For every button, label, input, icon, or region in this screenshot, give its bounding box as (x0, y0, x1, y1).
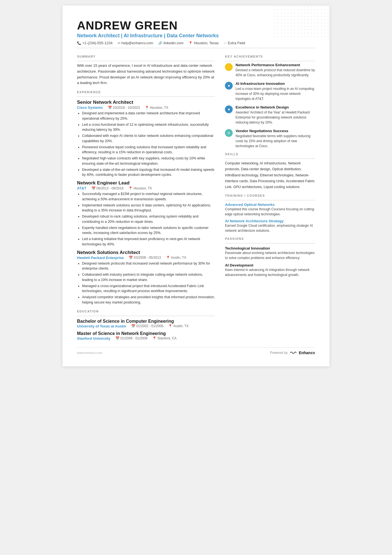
achievement-3-icon: ♥ (225, 105, 233, 113)
calendar-icon: 📅 (131, 324, 135, 328)
contact-row: 📞 +1-(234)-555-1234 ✉ help@enhancv.com 🔗… (77, 41, 315, 45)
pin-icon: 📍 (152, 336, 157, 340)
enhancv-brand-name: Enhancv (299, 351, 315, 355)
pin-icon: 📍 (145, 106, 149, 110)
job-1: Senior Network Architect Cisco Systems 📅… (77, 100, 215, 177)
main-columns: SUMMARY With over 15 years of experience… (77, 51, 315, 341)
achievement-4-desc: Negotiated favorable terms with supplier… (235, 134, 315, 149)
edu-2: Master of Science in Network Engineering… (77, 331, 215, 341)
link-icon: 🔗 (158, 41, 162, 45)
pin-icon: 📍 (166, 256, 170, 260)
contact-website: 🔗 linkedin.com (158, 41, 183, 45)
achievement-4: ⚙ Vendor Negotiations Success Negotiated… (225, 129, 315, 149)
achievement-1: ⚡ Network Performance Enhancement Devise… (225, 63, 315, 78)
bullet-item: Collaborated with industry partners to i… (82, 272, 215, 283)
bullet-item: Managed a cross-organizational project t… (82, 283, 215, 294)
skills-label: SKILLS (225, 152, 315, 156)
course-2: AI Network Architecture Strategy Earned … (225, 219, 315, 233)
email-icon: ✉ (118, 41, 120, 45)
achievement-2-desc: Led a cross-team project resulting in an… (235, 86, 315, 101)
job-2-location: 📍 Houston, TX (128, 186, 152, 190)
job-2: Network Engineer Lead AT&T 📅 06/2013 - 0… (77, 180, 215, 247)
achievement-4-icon: ⚙ (225, 129, 233, 137)
footer-url: www.enhancv.com (77, 351, 102, 354)
bullet-item: Implemented network solutions across 6 d… (82, 203, 215, 213)
achievement-4-content: Vendor Negotiations Success Negotiated f… (235, 129, 315, 149)
achievements-divider (225, 61, 315, 61)
achievement-2-content: AI Infrastructure Innovation Led a cross… (235, 82, 315, 101)
edu-1-dates: 📅 01/2002 - 01/2006 (131, 324, 163, 328)
bullet-item: Led a training initiative that improved … (82, 236, 215, 247)
bullet-item: Negotiated high-value contracts with key… (82, 156, 215, 166)
achievement-3: ♥ Excellence in Network Design Awarded '… (225, 105, 315, 125)
edu-2-degree: Master of Science in Network Engineering (77, 331, 215, 336)
passion-1-title: Technological Innovation (225, 246, 315, 250)
contact-extra: ☆ Extra Field (224, 41, 245, 45)
job-1-meta: Cisco Systems 📅 10/2018 - 10/2023 📍 Hous… (77, 105, 215, 110)
achievements-label: KEY ACHIEVEMENTS (225, 55, 315, 58)
training-label: TRAINING / COURSES (225, 194, 315, 197)
bullet-item: Designed and implemented a data center n… (82, 111, 215, 121)
pin-icon: 📍 (128, 186, 133, 190)
summary-text: With over 15 years of experience, I exce… (77, 63, 215, 86)
achievement-1-desc: Devised a network protocol that reduced … (235, 68, 315, 78)
edu-2-dates: 📅 01/2006 - 01/2008 (115, 336, 147, 340)
bullet-item: Developed a state-of-the-art network top… (82, 167, 215, 178)
bullet-item: Developed robust in-rack cabling solutio… (82, 214, 215, 225)
enhancv-logo-icon (289, 350, 297, 355)
achievement-1-icon: ⚡ (225, 63, 233, 71)
passions-divider (225, 243, 315, 243)
candidate-subtitle: Network Architect | AI Infrastructure | … (77, 33, 315, 39)
job-1-company: Cisco Systems (77, 105, 103, 110)
job-3-title: Network Solutions Architect (77, 250, 215, 255)
calendar-icon: 📅 (91, 186, 96, 190)
job-3-bullets: Designed network protocols that increase… (77, 261, 215, 305)
left-column: SUMMARY With over 15 years of experience… (77, 51, 215, 341)
bullet-item: Successfully managed a $15M project to o… (82, 191, 215, 202)
achievement-3-title: Excellence in Network Design (235, 105, 315, 109)
course-1-title: Advanced Optical Networks (225, 203, 315, 207)
summary-label: SUMMARY (77, 55, 215, 58)
achievement-2-title: AI Infrastructure Innovation (235, 82, 315, 86)
experience-label: EXPERIENCE (77, 90, 215, 94)
contact-location: 📍 Houston, Texas (188, 41, 219, 45)
pin-icon: 📍 (168, 324, 172, 328)
footer-brand: Powered by Enhancv (270, 350, 315, 355)
education-label: EDUCATION (77, 310, 215, 313)
job-3-company: Hewlett Packard Enterprise (77, 256, 124, 260)
passion-2-title: AI Development (225, 263, 315, 267)
contact-phone: 📞 +1-(234)-555-1234 (77, 41, 113, 45)
course-1: Advanced Optical Networks Completed this… (225, 203, 315, 217)
star-icon: ☆ (224, 41, 227, 45)
training-divider (225, 200, 315, 200)
job-2-bullets: Successfully managed a $15M project to o… (77, 191, 215, 247)
edu-2-school: Stanford University (77, 336, 110, 341)
edu-1-school: University of Texas at Austin (77, 324, 126, 328)
bullet-item: Designed network protocols that increase… (82, 261, 215, 272)
header-divider (77, 48, 315, 48)
edu-2-location: 📍 Stanford, CA (152, 336, 177, 340)
achievement-2-icon: ♥ (225, 82, 233, 90)
summary-divider (77, 61, 215, 61)
achievement-3-desc: Awarded 'Architect of the Year' at Hewle… (235, 110, 315, 125)
passions-label: PASSIONS (225, 237, 315, 240)
contact-email: ✉ help@enhancv.com (118, 41, 153, 45)
job-3: Network Solutions Architect Hewlett Pack… (77, 250, 215, 305)
passion-2-desc: Keen interest in advancing AI integratio… (225, 267, 315, 277)
achievement-2: ♥ AI Infrastructure Innovation Led a cro… (225, 82, 315, 101)
resume-page: ANDREW GREEN Network Architect | AI Infr… (63, 6, 329, 366)
course-2-title: AI Network Architecture Strategy (225, 219, 315, 223)
job-2-dates: 📅 06/2013 - 09/2018 (91, 186, 123, 190)
bullet-item: Expertly handled client negotiations to … (82, 225, 215, 236)
edu-1-meta: University of Texas at Austin 📅 01/2002 … (77, 324, 215, 328)
page-footer: www.enhancv.com Powered by Enhancv (77, 347, 315, 355)
bullet-item: Collaborated with major AI clients to ta… (82, 133, 215, 144)
passion-2: AI Development Keen interest in advancin… (225, 263, 315, 277)
location-icon: 📍 (188, 41, 193, 45)
job-3-meta: Hewlett Packard Enterprise 📅 03/2008 - 0… (77, 256, 215, 260)
right-column: KEY ACHIEVEMENTS ⚡ Network Performance E… (225, 51, 315, 341)
job-2-title: Network Engineer Lead (77, 180, 215, 186)
job-3-dates: 📅 03/2008 - 05/2013 (129, 256, 161, 260)
job-3-location: 📍 Austin, TX (166, 256, 186, 260)
calendar-icon: 📅 (108, 106, 112, 110)
